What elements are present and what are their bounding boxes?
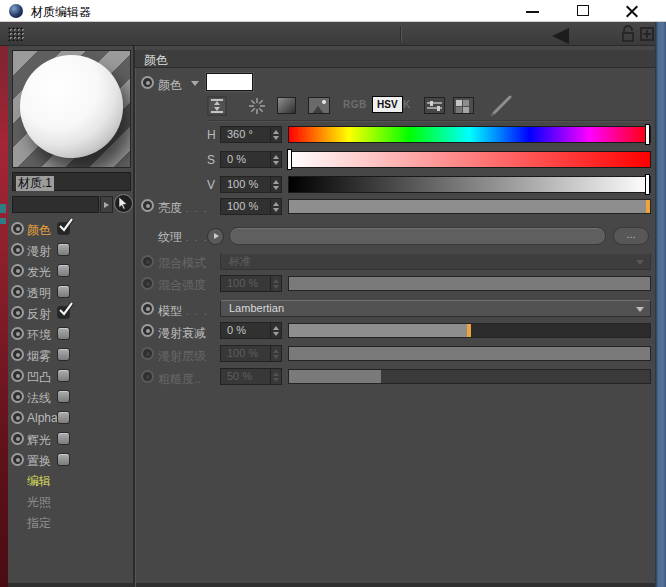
- channel-label[interactable]: 漫射: [27, 243, 51, 260]
- back-arrow-button[interactable]: [552, 28, 569, 44]
- diffuse-falloff-spinbox[interactable]: 0 %: [220, 322, 282, 339]
- channel-checkbox[interactable]: [57, 390, 70, 403]
- pick-cursor-button[interactable]: [114, 194, 133, 213]
- channel-checkbox[interactable]: [57, 411, 70, 424]
- channel-checkbox[interactable]: [57, 264, 70, 277]
- color-mixer-icon[interactable]: [424, 97, 445, 114]
- maximize-button[interactable]: [566, 0, 602, 22]
- model-radio[interactable]: [141, 302, 154, 315]
- channel-radio[interactable]: [11, 453, 24, 466]
- expand-caret-icon[interactable]: [191, 81, 199, 86]
- value-handle[interactable]: [645, 174, 650, 195]
- channel-radio[interactable]: [11, 243, 24, 256]
- mix-strength-slider: [288, 276, 651, 291]
- channel-radio[interactable]: [11, 432, 24, 445]
- close-button[interactable]: [614, 0, 650, 22]
- page-assign[interactable]: 指定: [27, 515, 51, 532]
- layer-field[interactable]: [12, 196, 99, 213]
- mode-hsv-button[interactable]: HSV: [372, 96, 403, 113]
- texture-field[interactable]: [229, 227, 606, 245]
- channel-label[interactable]: Alpha: [27, 411, 58, 425]
- add-button[interactable]: [640, 27, 654, 41]
- layer-arrow-button[interactable]: [100, 196, 113, 213]
- texture-browse-button[interactable]: ...: [613, 227, 649, 245]
- channel-label[interactable]: 烟雾: [27, 348, 51, 365]
- page-edit[interactable]: 编辑: [27, 473, 51, 490]
- channel-checkbox[interactable]: [57, 453, 70, 466]
- window-right-border: [655, 22, 666, 587]
- mode-k-button[interactable]: K: [403, 99, 411, 110]
- material-preview[interactable]: [12, 50, 131, 168]
- channel-checkbox[interactable]: [57, 327, 70, 340]
- channel-radio[interactable]: [11, 264, 24, 277]
- channel-label[interactable]: 环境: [27, 327, 51, 344]
- channel-row: 漫射: [8, 240, 134, 261]
- channel-checkbox[interactable]: [57, 348, 70, 361]
- brightness-slider-handle[interactable]: [646, 200, 650, 213]
- channel-label[interactable]: 辉光: [27, 432, 51, 449]
- model-dropdown[interactable]: Lambertian: [220, 300, 651, 317]
- stepper-icon[interactable]: [270, 323, 281, 338]
- drag-grip-icon[interactable]: [8, 27, 24, 41]
- saturation-spinbox[interactable]: 0 %: [220, 151, 282, 168]
- eyedropper-icon[interactable]: [488, 94, 514, 122]
- channel-label[interactable]: 反射: [27, 306, 51, 323]
- channel-checkbox[interactable]: [57, 432, 70, 445]
- channel-checkbox[interactable]: [57, 243, 70, 256]
- material-name-field[interactable]: 材质.1: [12, 172, 131, 191]
- model-label: 模型. . .: [158, 303, 209, 320]
- channel-checkbox[interactable]: [57, 222, 70, 235]
- diffuse-falloff-slider[interactable]: [288, 323, 651, 338]
- mix-strength-spinbox: 100 %: [220, 275, 282, 292]
- hue-handle[interactable]: [645, 124, 650, 145]
- channel-checkbox[interactable]: [57, 285, 70, 298]
- stepper-icon[interactable]: [270, 127, 281, 142]
- channel-checkbox[interactable]: [57, 369, 70, 382]
- texture-arrow-button[interactable]: [207, 228, 224, 245]
- color-wheel-icon[interactable]: [247, 96, 267, 120]
- value-spinbox[interactable]: 100 %: [220, 176, 282, 193]
- channel-radio[interactable]: [11, 306, 24, 319]
- diffuse-falloff-handle[interactable]: [467, 324, 471, 337]
- channel-checkbox[interactable]: [57, 306, 70, 319]
- gradient-icon[interactable]: [277, 97, 296, 114]
- channel-radio[interactable]: [11, 348, 24, 361]
- channel-radio[interactable]: [11, 285, 24, 298]
- channel-label[interactable]: 法线: [27, 390, 51, 407]
- stepper-icon[interactable]: [270, 152, 281, 167]
- channel-radio[interactable]: [11, 411, 24, 424]
- channel-radio[interactable]: [11, 327, 24, 340]
- stepper-icon[interactable]: [270, 177, 281, 192]
- page-illumination[interactable]: 光照: [27, 494, 51, 511]
- material-name-text: 材质.1: [16, 176, 54, 191]
- brightness-spinbox[interactable]: 100 %: [220, 198, 282, 215]
- channel-label[interactable]: 颜色: [27, 222, 51, 239]
- mode-rgb-button[interactable]: RGB: [343, 99, 367, 110]
- panel-divider[interactable]: [133, 46, 136, 587]
- stepper-icon[interactable]: [270, 199, 281, 214]
- channel-label[interactable]: 发光: [27, 264, 51, 281]
- color-swatch[interactable]: [206, 73, 253, 91]
- channel-row: Alpha: [8, 408, 134, 429]
- icons-separator: [207, 120, 651, 122]
- channel-radio[interactable]: [11, 222, 24, 235]
- hue-spinbox[interactable]: 360 °: [220, 126, 282, 143]
- saturation-gradient-slider[interactable]: [288, 151, 651, 168]
- channel-radio[interactable]: [11, 390, 24, 403]
- saturation-handle[interactable]: [287, 149, 292, 170]
- lock-icon[interactable]: [620, 25, 636, 47]
- compact-mode-icon[interactable]: [207, 96, 227, 120]
- brightness-radio[interactable]: [141, 199, 154, 212]
- minimize-button[interactable]: [514, 0, 550, 22]
- brightness-slider[interactable]: [288, 199, 651, 214]
- image-icon[interactable]: [308, 97, 330, 114]
- hue-gradient-slider[interactable]: [288, 126, 651, 143]
- swatches-icon[interactable]: [453, 97, 474, 114]
- color-enable-radio[interactable]: [141, 76, 154, 89]
- diffuse-falloff-radio[interactable]: [141, 324, 154, 337]
- channel-label[interactable]: 置换: [27, 453, 51, 470]
- value-gradient-slider[interactable]: [288, 176, 651, 193]
- channel-label[interactable]: 透明: [27, 285, 51, 302]
- channel-label[interactable]: 凹凸: [27, 369, 51, 386]
- channel-radio[interactable]: [11, 369, 24, 382]
